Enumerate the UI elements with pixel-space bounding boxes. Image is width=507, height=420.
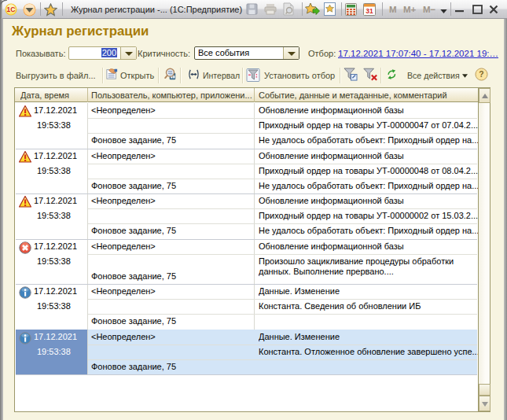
svg-text:?: ?: [479, 70, 483, 79]
svg-text:31: 31: [366, 7, 373, 15]
svg-text:1С: 1С: [7, 6, 16, 13]
